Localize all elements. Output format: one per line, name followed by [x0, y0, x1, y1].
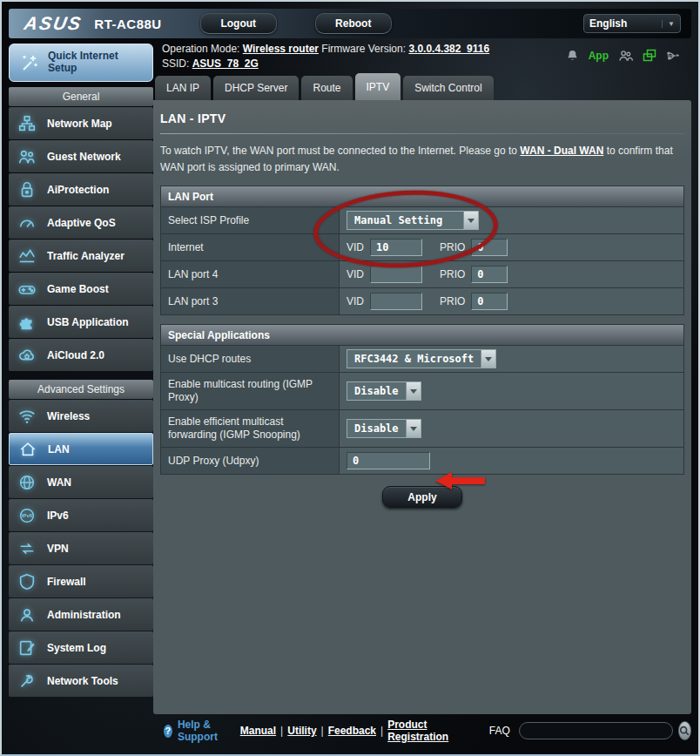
igmp-proxy-select[interactable]: Disable	[347, 381, 421, 401]
log-pencil-icon	[15, 638, 39, 658]
top-header-bar: ASUS RT-AC88U Logout Reboot English ▼	[9, 9, 691, 38]
clients-icon[interactable]	[618, 49, 633, 63]
lan3-vid-input[interactable]	[370, 293, 422, 310]
notification-bell-icon[interactable]	[566, 49, 579, 63]
table-row-internet: Internet VID PRIO	[161, 233, 683, 260]
sidebar-item-label: AiCloud 2.0	[47, 349, 104, 361]
sidebar-item-network-tools[interactable]: Network Tools	[9, 665, 153, 697]
app-link[interactable]: App	[589, 50, 609, 62]
sidebar-item-label: Network Map	[47, 118, 112, 130]
table-row-dhcp-routes: Use DHCP routes RFC3442 & Microsoft	[161, 345, 683, 372]
page-description: To watch IPTV, the WAN port must be conn…	[160, 143, 684, 175]
sidebar-item-game-boost[interactable]: Game Boost	[9, 273, 153, 305]
lan4-prio-input[interactable]	[471, 266, 508, 283]
sidebar-item-aicloud[interactable]: AiCloud 2.0	[9, 339, 153, 371]
house-icon	[16, 440, 40, 459]
sidebar-item-usb-application[interactable]: USB Application	[9, 306, 153, 338]
faq-search-input[interactable]	[519, 722, 673, 739]
vid-label: VID	[347, 295, 364, 307]
main-content: Operation Mode: Wireless router Firmware…	[153, 38, 691, 714]
manual-link[interactable]: Manual	[240, 725, 276, 737]
table-row-isp-profile: Select ISP Profile Manual Setting	[161, 206, 683, 233]
lan3-prio-input[interactable]	[471, 293, 508, 310]
wrench-icon	[15, 672, 39, 691]
asus-logo: ASUS	[23, 13, 84, 34]
apply-button[interactable]: Apply	[382, 486, 462, 508]
language-dropdown[interactable]: English ▼	[583, 14, 681, 33]
sidebar-item-label: VPN	[47, 543, 69, 555]
gamepad-icon	[15, 280, 39, 299]
sidebar-item-administration[interactable]: Administration	[9, 598, 153, 631]
settings-panel: LAN - IPTV To watch IPTV, the WAN port m…	[153, 100, 691, 714]
vid-label: VID	[347, 268, 364, 280]
media-bridge-icon[interactable]	[643, 49, 656, 63]
title-divider	[160, 133, 684, 134]
lan4-vid-input[interactable]	[370, 266, 422, 283]
sidebar-item-label: Adaptive QoS	[47, 217, 116, 229]
isp-profile-select[interactable]: Manual Setting	[347, 211, 479, 230]
sidebar-item-adaptive-qos[interactable]: Adaptive QoS	[9, 206, 153, 239]
sidebar-item-label: USB Application	[47, 316, 129, 328]
page-title: LAN - IPTV	[160, 111, 684, 125]
tab-iptv[interactable]: IPTV	[355, 73, 401, 100]
row-label: Internet	[161, 234, 340, 260]
lan-port-section: LAN Port Select ISP Profile Manual Setti…	[160, 186, 684, 315]
prio-label: PRIO	[440, 295, 465, 307]
dual-wan-link[interactable]: WAN - Dual WAN	[520, 145, 603, 157]
sidebar-item-vpn[interactable]: VPN	[9, 532, 153, 564]
sidebar-item-guest-network[interactable]: Guest Network	[9, 140, 153, 172]
globe-icon	[15, 473, 39, 492]
puzzle-piece-icon	[15, 313, 39, 332]
table-row-lan-port-3: LAN port 3 VID PRIO	[161, 287, 683, 314]
sidebar-item-traffic-analyzer[interactable]: Traffic Analyzer	[9, 240, 153, 272]
utility-link[interactable]: Utility	[287, 725, 316, 737]
product-registration-link[interactable]: Product Registration	[387, 719, 456, 743]
tab-route[interactable]: Route	[301, 76, 352, 100]
tab-dhcp-server[interactable]: DHCP Server	[213, 76, 299, 100]
feedback-link[interactable]: Feedback	[328, 725, 376, 737]
tab-bar: LAN IP DHCP Server Route IPTV Switch Con…	[153, 73, 691, 100]
link-separator: |	[280, 725, 283, 737]
ipv6-globe-icon: IPv6	[15, 506, 39, 525]
internet-prio-input[interactable]	[471, 239, 508, 256]
udp-proxy-input[interactable]	[347, 452, 430, 469]
wifi-icon	[15, 407, 39, 426]
internet-vid-input[interactable]	[370, 239, 422, 256]
sidebar-item-firewall[interactable]: Firewall	[9, 565, 153, 597]
tab-switch-control[interactable]: Switch Control	[403, 76, 493, 100]
chevron-down-icon	[406, 382, 421, 400]
vid-label: VID	[347, 241, 364, 253]
logout-button[interactable]: Logout	[200, 13, 277, 34]
sidebar-item-wan[interactable]: WAN	[9, 466, 153, 498]
sidebar-item-label: Game Boost	[47, 283, 109, 295]
firmware-version-link[interactable]: 3.0.0.4.382_9116	[408, 43, 489, 55]
sidebar-item-quick-internet-setup[interactable]: Quick Internet Setup	[9, 44, 153, 82]
sidebar-item-label: System Log	[47, 642, 106, 654]
operation-mode-label: Operation Mode:	[162, 43, 239, 55]
shield-icon	[15, 572, 39, 591]
operation-mode-link[interactable]: Wireless router	[243, 43, 319, 55]
sidebar-item-label: Wireless	[47, 410, 90, 422]
sidebar-item-wireless[interactable]: Wireless	[9, 400, 153, 432]
sidebar-item-ipv6[interactable]: IPv6 IPv6	[9, 499, 153, 531]
dhcp-routes-select[interactable]: RFC3442 & Microsoft	[347, 349, 496, 368]
reboot-button[interactable]: Reboot	[315, 13, 392, 34]
sidebar-item-lan[interactable]: LAN	[9, 433, 153, 465]
help-support-link[interactable]: Help & Support	[178, 719, 228, 743]
ssid-link[interactable]: ASUS_78_2G	[192, 57, 259, 70]
row-label: Enable multicast routing (IGMP Proxy)	[161, 373, 340, 409]
table-row-udp-proxy: UDP Proxy (Udpxy)	[161, 447, 683, 474]
sidebar-item-aiprotection[interactable]: AiProtection	[9, 173, 153, 206]
faq-label: FAQ	[489, 725, 510, 737]
sidebar-item-network-map[interactable]: Network Map	[9, 107, 153, 139]
traffic-chart-icon	[15, 246, 39, 266]
tab-lan-ip[interactable]: LAN IP	[155, 76, 211, 100]
sidebar-item-system-log[interactable]: System Log	[9, 631, 153, 664]
sidebar-item-label: AiProtection	[47, 184, 109, 196]
usb-icon[interactable]	[666, 49, 681, 63]
igmp-snooping-select[interactable]: Disable	[347, 419, 421, 438]
search-icon[interactable]	[678, 721, 691, 740]
info-bar: Operation Mode: Wireless router Firmware…	[153, 38, 691, 73]
special-applications-section: Special Applications Use DHCP routes RFC…	[160, 324, 684, 475]
router-model: RT-AC88U	[94, 17, 161, 31]
